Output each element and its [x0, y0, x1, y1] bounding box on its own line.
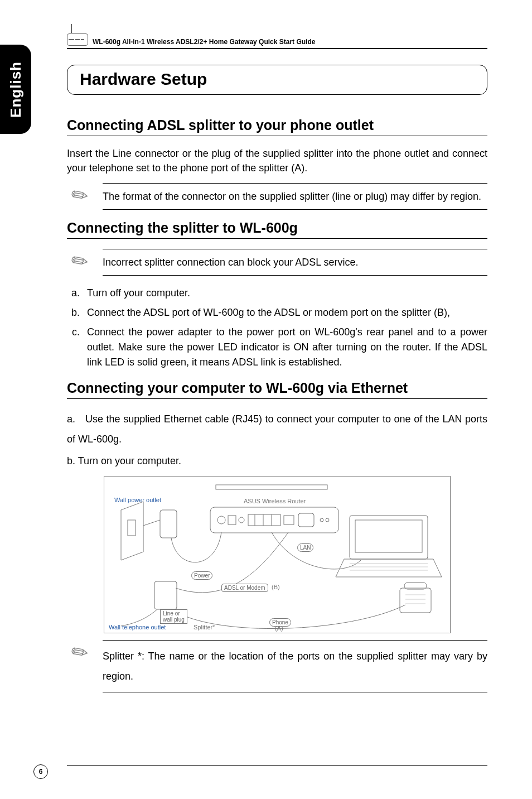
diagram-label-asus: ASUS Wireless Router [244, 498, 306, 504]
language-tab-label: English [7, 61, 25, 118]
section1-body: Insert the Line connector or the plug of… [67, 146, 487, 175]
svg-rect-14 [128, 520, 136, 536]
diagram-label-power: Power [191, 571, 212, 580]
section3-item-b: b. Turn on your computer. [67, 454, 487, 468]
language-tab: English [0, 45, 31, 134]
pencil-icon: ✎ [62, 244, 98, 280]
svg-rect-24 [400, 588, 431, 613]
header-text: WL-600g All-in-1 Wireless ADSL2/2+ Home … [93, 38, 315, 46]
diagram-label-b: (B) [272, 584, 280, 590]
diagram-label-wall-power: Wall power outlet [114, 497, 161, 503]
svg-point-11 [320, 518, 323, 522]
svg-rect-9 [284, 516, 294, 524]
svg-marker-20 [336, 559, 442, 577]
svg-rect-3 [228, 516, 236, 524]
svg-marker-13 [121, 502, 143, 560]
diagram-label-lan: LAN [297, 543, 313, 552]
note-2: ✎ Incorrect splitter connection can bloc… [67, 249, 487, 276]
note-3: ✎ Splitter *: The name or the location o… [67, 640, 487, 692]
footer-rule [67, 765, 487, 766]
page-title: Hardware Setup [80, 70, 475, 89]
note-1-text: The format of the connector on the suppl… [103, 189, 487, 204]
section2-item-a: Turn off your computer. [83, 286, 487, 301]
svg-point-12 [326, 518, 329, 522]
diagram-label-adsl-modem: ADSL or Modem [221, 584, 268, 592]
diagram-label-splitter: Splitter* [194, 624, 215, 630]
pencil-icon: ✎ [62, 635, 98, 671]
svg-rect-1 [210, 507, 338, 533]
svg-point-2 [217, 516, 225, 524]
svg-rect-19 [355, 520, 422, 552]
svg-rect-5 [248, 514, 280, 526]
section2-list: Turn off your computer. Connect the ADSL… [67, 286, 487, 370]
diagram-label-a: (A) [275, 625, 283, 632]
diagram-label-line-plug-1: Line or [163, 610, 185, 617]
svg-rect-10 [298, 513, 314, 527]
section-heading-1: Connecting ADSL splitter to your phone o… [67, 117, 487, 136]
section3-item-a: a. Use the supplied Ethernet cable (RJ45… [67, 409, 487, 449]
section-heading-2: Connecting the splitter to WL-600g [67, 220, 487, 239]
svg-point-4 [239, 517, 244, 523]
pencil-icon: ✎ [62, 178, 98, 214]
page-header: WL-600g All-in-1 Wireless ADSL2/2+ Home … [67, 33, 487, 49]
svg-rect-0 [216, 485, 327, 489]
section2-item-b: Connect the ADSL port of WL-600g to the … [83, 305, 487, 320]
svg-rect-15 [160, 510, 177, 538]
note-1: ✎ The format of the connector on the sup… [67, 183, 487, 210]
note-2-text: Incorrect splitter connection can block … [103, 255, 487, 269]
svg-line-16 [143, 520, 160, 526]
router-icon [67, 33, 88, 46]
diagram-label-line-plug-2: wall plug [163, 617, 185, 623]
svg-rect-17 [154, 581, 177, 609]
diagram-label-wall-phone: Wall telephone outlet [109, 624, 166, 630]
connection-diagram: Wall power outlet ASUS Wireless Router L… [104, 476, 451, 633]
note-3-text: Splitter *: The name or the location of … [103, 646, 487, 686]
title-box: Hardware Setup [67, 65, 487, 95]
section2-item-c: Connect the power adapter to the power p… [83, 325, 487, 370]
section-heading-3: Connecting your computer to WL-600g via … [67, 380, 487, 399]
page-number: 6 [33, 764, 48, 779]
